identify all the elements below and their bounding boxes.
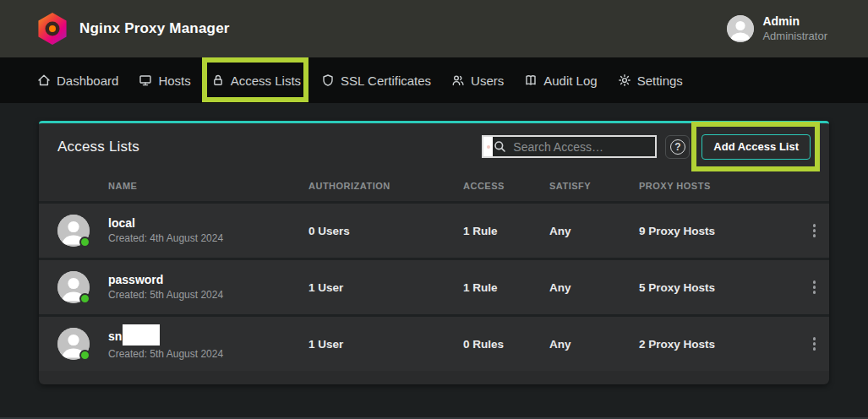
nav-item-access-lists[interactable]: Access Lists [211,57,301,103]
search-icon [494,140,506,153]
nav-item-users[interactable]: Users [451,57,504,103]
table-row: sn Created: 5th August 2024 1 User 0 Rul… [39,317,829,371]
user-menu[interactable]: Admin Administrator [727,14,827,43]
add-access-list-button[interactable]: Add Access List [701,134,811,160]
search-box [482,135,657,158]
row-menu-kebab-icon[interactable] [808,219,822,242]
online-status-dot [79,293,90,304]
proxy-hosts-value: 2 Proxy Hosts [639,338,800,351]
gear-icon [618,73,631,87]
row-menu-kebab-icon[interactable] [808,332,822,356]
access-list-name: sn [108,330,122,343]
nav-item-settings[interactable]: Settings [618,57,683,103]
nav-item-label: Users [471,73,504,88]
user-role: Administrator [762,30,827,43]
access-value: 1 Rule [463,225,549,237]
access-list-created: Created: 5th August 2024 [108,289,308,301]
proxy-hosts-value: 5 Proxy Hosts [639,281,800,294]
monitor-icon [139,73,152,87]
panel-titlebar: Access Lists ? Add Access List [39,123,829,170]
access-value: 0 Rules [463,338,549,351]
access-list-created: Created: 5th August 2024 [108,348,308,360]
column-header-authorization: AUTHORIZATION [308,181,463,191]
nav-item-audit-log[interactable]: Audit Log [524,57,597,103]
column-header-satisfy: SATISFY [549,181,639,191]
access-value: 1 Rule [463,281,549,294]
app-logo-icon [37,13,68,45]
nav-item-label: Access Lists [231,73,301,88]
access-list-created: Created: 4th August 2024 [108,232,308,244]
shield-icon [321,73,335,87]
table-body: local Created: 4th August 2024 0 Users 1… [39,204,829,371]
column-header-name: NAME [108,181,308,191]
lock-icon [211,73,225,87]
home-icon [37,73,51,87]
satisfy-value: Any [549,225,639,237]
page-title: Access Lists [57,139,139,155]
nav-item-label: Hosts [158,73,190,88]
column-header-access: ACCESS [463,181,549,191]
redaction-box-search [483,137,493,156]
satisfy-value: Any [549,281,639,294]
table-header-row: NAME AUTHORIZATION ACCESS SATISFY PROXY … [39,170,829,204]
row-avatar [57,328,90,360]
online-status-dot [79,237,90,248]
row-avatar [57,215,90,247]
nav-item-dashboard[interactable]: Dashboard [37,57,118,103]
row-avatar [57,271,90,303]
nav-item-label: Audit Log [543,73,597,88]
redaction-box-name [123,324,160,346]
authorization-value: 0 Users [308,225,463,237]
app-title: Nginx Proxy Manager [79,20,230,37]
nav-item-hosts[interactable]: Hosts [139,57,190,103]
proxy-hosts-value: 9 Proxy Hosts [639,225,800,237]
authorization-value: 1 User [308,281,463,294]
main-nav: Dashboard Hosts Access Lists SSL Certifi… [0,57,868,103]
access-list-name: password [108,274,163,286]
nav-item-label: Settings [637,73,683,88]
table-row: password Created: 5th August 2024 1 User… [39,260,829,314]
column-header-proxy-hosts: PROXY HOSTS [639,181,800,191]
nav-item-label: Dashboard [57,73,118,88]
app-header: Nginx Proxy Manager Admin Administrator [0,0,868,57]
user-avatar [727,15,754,42]
table-row: local Created: 4th August 2024 0 Users 1… [39,204,829,258]
brand: Nginx Proxy Manager [37,13,230,45]
nav-item-ssl-certificates[interactable]: SSL Certificates [321,57,431,103]
satisfy-value: Any [549,338,639,351]
help-icon: ? [670,139,685,155]
authorization-value: 1 User [308,338,463,351]
access-list-name: local [108,217,135,230]
user-name: Admin [762,14,827,30]
row-menu-kebab-icon[interactable] [808,275,822,299]
access-lists-panel: Access Lists ? Add Access List NAME AUTH… [39,121,829,384]
search-input[interactable] [513,140,640,154]
book-icon [524,73,538,87]
users-icon [451,73,465,87]
help-button[interactable]: ? [665,135,690,159]
nav-item-label: SSL Certificates [341,73,431,88]
online-status-dot [79,350,90,361]
